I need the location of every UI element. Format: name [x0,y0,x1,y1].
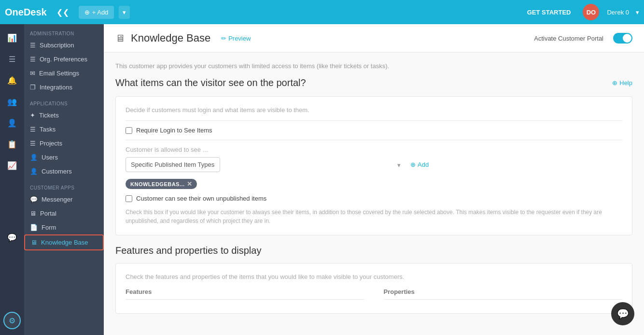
sidebar-label-users: Users [42,154,58,161]
chat-fab-button[interactable]: 💬 [611,302,634,325]
unpublished-note: Check this box if you would like your cu… [126,208,622,225]
preview-button[interactable]: ✏ Preview [221,35,251,42]
layout: 📊 ☰ 🔔 👥 👤 📋 📈 💬 ⚙ ADMINISTRATION ☰ Subsc… [0,24,644,335]
sidebar-item-users[interactable]: 👤 Users [24,150,104,164]
sidebar-item-projects[interactable]: ☰ Projects [24,136,104,150]
knowledgebase-tag: KNOWLEDGEBAS... ✕ [126,179,197,189]
chat-fab-icon: 💬 [617,308,629,320]
sidebar: ADMINISTRATION ☰ Subscription ☰ Org. Pre… [24,24,104,335]
customer-apps-section-title: CUSTOMER APPS [24,178,104,192]
add-caret-button[interactable]: ▾ [119,6,130,19]
preview-label: Preview [228,35,251,42]
activate-portal-toggle[interactable] [613,33,632,44]
content-area: This customer app provides your customer… [104,53,644,335]
users-icon: 👤 [30,154,38,161]
features-columns: Features Properties [126,288,622,304]
page-header: 🖥 Knowledge Base ✏ Preview Activate Cust… [104,24,644,53]
sidebar-label-org-preferences: Org. Preferences [40,56,87,63]
features-column: Features [126,288,364,304]
require-login-checkbox[interactable] [126,127,132,134]
sidebar-item-knowledge-base[interactable]: 🖥 Knowledge Base [24,234,104,250]
nav-analytics[interactable]: 📊 [3,29,21,46]
sidebar-item-tickets[interactable]: ✦ Tickets [24,108,104,122]
page-description: This customer app provides your customer… [115,62,632,70]
sidebar-label-tasks: Tasks [40,126,56,133]
add-item-type-button[interactable]: ⊕ Add [410,161,429,168]
sidebar-label-form: Form [42,224,56,231]
nav-chart[interactable]: 📈 [3,157,21,174]
visibility-section-title: What items can the visitor see on the po… [115,77,306,88]
sidebar-label-messenger: Messenger [42,196,72,203]
nav-alarm[interactable]: 🔔 [3,72,21,89]
collapse-button[interactable]: ❮❮ [56,8,69,17]
nav-list[interactable]: ☰ [3,50,21,68]
sidebar-item-integrations[interactable]: ❐ Integrations [24,80,104,94]
toggle-knob [623,34,631,43]
features-col-title: Features [126,288,364,300]
sidebar-label-subscription: Subscription [40,42,74,49]
unpublished-row: Customer can see their own unpublished i… [126,195,622,202]
sidebar-item-tasks[interactable]: ☰ Tasks [24,122,104,136]
tag-close-button[interactable]: ✕ [187,180,193,188]
help-button[interactable]: ⊕ Help [612,79,632,87]
admin-section-title: ADMINISTRATION [24,24,104,38]
nav-tasks[interactable]: 📋 [3,135,21,153]
user-label[interactable]: Derek 0 [607,9,629,16]
icon-rail: 📊 ☰ 🔔 👥 👤 📋 📈 💬 ⚙ [0,24,24,335]
help-icon: ⊕ [612,79,617,87]
sidebar-item-subscription[interactable]: ☰ Subscription [24,38,104,52]
add-button[interactable]: ⊕ + Add [79,6,114,19]
avatar: DO [583,4,599,20]
sidebar-item-portal[interactable]: 🖥 Portal [24,206,104,220]
card-description: Decide if customers must login and what … [126,106,622,114]
knowledge-base-icon: 🖥 [31,239,37,246]
activate-portal-label: Activate Customer Portal [534,35,603,42]
help-label: Help [619,79,632,87]
page-title: Knowledge Base [131,32,210,44]
select-row: Specific Published Item Types ⊕ Add [126,157,622,172]
get-started-button[interactable]: GET STARTED [527,9,571,16]
page-icon: 🖥 [115,33,125,44]
customer-see-label: Customer is allowed to see ... [126,146,622,153]
unpublished-label[interactable]: Customer can see their own unpublished i… [136,195,266,202]
logo: OneDesk [5,7,47,18]
features-card: Check the features and properties of the… [115,263,632,314]
unpublished-checkbox[interactable] [126,195,132,202]
sidebar-label-tickets: Tickets [39,112,59,119]
user-caret[interactable]: ▾ [636,9,639,16]
tasks-icon: ☰ [30,126,36,133]
sidebar-item-customers[interactable]: 👤 Customers [24,164,104,178]
sidebar-item-form[interactable]: 📄 Form [24,220,104,234]
nav-chat[interactable]: 💬 [3,229,21,247]
sidebar-label-projects: Projects [40,140,62,147]
sidebar-item-email-settings[interactable]: ✉ Email Settings [24,66,104,80]
add-circle-icon: ⊕ [410,161,416,168]
email-settings-icon: ✉ [30,70,35,77]
tickets-icon: ✦ [30,112,35,119]
properties-column: Properties [384,288,623,304]
projects-icon: ☰ [30,140,36,147]
item-type-select-wrapper: Specific Published Item Types [126,157,406,172]
nav-users[interactable]: 👥 [3,93,21,110]
sidebar-item-org-preferences[interactable]: ☰ Org. Preferences [24,52,104,66]
add-icon: ⊕ [84,9,90,16]
tag-label: KNOWLEDGEBAS... [130,181,185,187]
topbar: OneDesk ❮❮ ⊕ + Add ▾ GET STARTED DO Dere… [0,0,644,24]
messenger-icon: 💬 [30,196,38,203]
form-icon: 📄 [30,224,38,231]
gear-button[interactable]: ⚙ [3,312,21,329]
add-item-label: Add [418,161,429,168]
portal-icon: 🖥 [30,210,36,217]
integrations-icon: ❐ [30,84,36,91]
sidebar-label-email-settings: Email Settings [39,70,79,77]
tag-container: KNOWLEDGEBAS... ✕ [126,179,622,195]
require-login-label[interactable]: Require Login to See Items [136,127,212,134]
sidebar-label-integrations: Integrations [40,84,72,91]
item-type-select[interactable]: Specific Published Item Types [126,157,220,172]
applications-section-title: APPLICATIONS [24,94,104,108]
customers-icon: 👤 [30,168,38,175]
org-preferences-icon: ☰ [30,56,36,63]
nav-customers[interactable]: 👤 [3,114,21,131]
sidebar-item-messenger[interactable]: 💬 Messenger [24,192,104,206]
sidebar-label-portal: Portal [40,210,56,217]
